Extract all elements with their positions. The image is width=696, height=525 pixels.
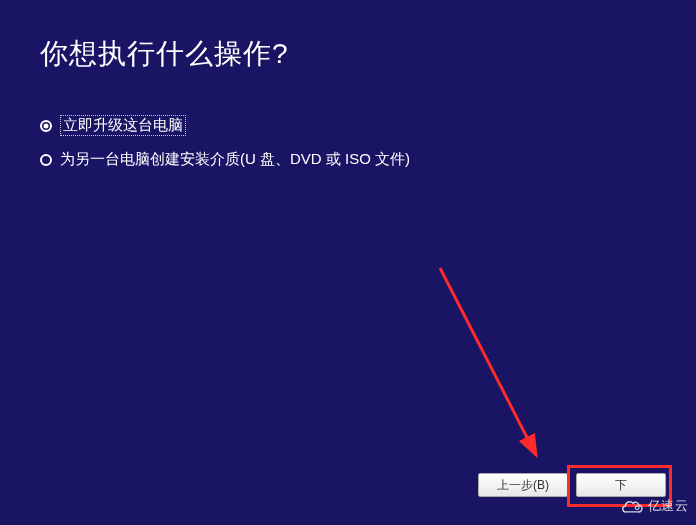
next-button[interactable]: 下: [576, 473, 666, 497]
svg-point-2: [635, 506, 639, 510]
watermark-text: 亿速云: [648, 497, 689, 515]
watermark: 亿速云: [622, 497, 689, 515]
radio-icon: [40, 120, 52, 132]
option-create-media[interactable]: 为另一台电脑创建安装介质(U 盘、DVD 或 ISO 文件): [40, 150, 656, 169]
page-title: 你想执行什么操作?: [40, 35, 656, 73]
option-label: 为另一台电脑创建安装介质(U 盘、DVD 或 ISO 文件): [60, 150, 410, 169]
option-label: 立即升级这台电脑: [60, 115, 186, 136]
back-button[interactable]: 上一步(B): [478, 473, 568, 497]
svg-line-1: [440, 268, 535, 453]
button-bar: 上一步(B) 下: [478, 473, 666, 497]
annotation-arrow: [430, 258, 560, 473]
cloud-icon: [622, 498, 644, 514]
option-upgrade-this-pc[interactable]: 立即升级这台电脑: [40, 115, 656, 136]
radio-icon: [40, 154, 52, 166]
options-group: 立即升级这台电脑 为另一台电脑创建安装介质(U 盘、DVD 或 ISO 文件): [40, 115, 656, 169]
